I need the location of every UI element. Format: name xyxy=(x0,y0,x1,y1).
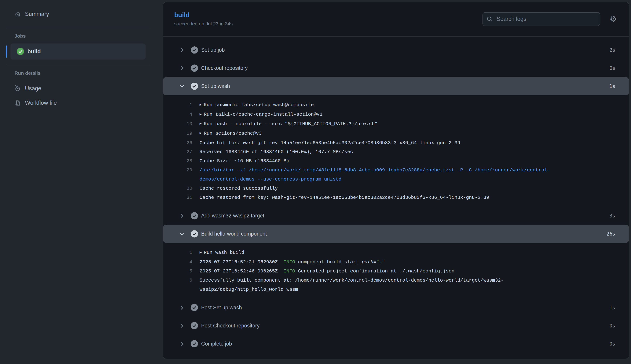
check-circle-icon xyxy=(191,82,198,90)
success-check-circle-icon xyxy=(17,48,24,55)
step-label: Build hello-world component xyxy=(201,231,267,237)
log-block: 1▶Run cosmonic-labs/setup-wash@composite… xyxy=(163,100,629,202)
chevron-right-icon xyxy=(179,47,185,53)
step-label: Complete job xyxy=(201,341,232,347)
sidebar-usage-label: Usage xyxy=(25,85,41,92)
step-duration: 3s xyxy=(609,213,615,218)
step-duration: 26s xyxy=(606,231,615,237)
log-line: 27Received 16834460 of 16834460 (100.0%)… xyxy=(175,148,629,156)
run-group-arrow-icon: ▶ xyxy=(200,122,202,126)
step-row[interactable]: Post Checkout repository0s xyxy=(163,317,629,335)
sidebar-job-build[interactable]: build xyxy=(11,44,146,60)
log-line-text: Cache restored from key: wash-git-rev-14… xyxy=(200,193,554,202)
log-line: 19▶Run actions/cache@v3 xyxy=(175,129,629,138)
step-label: Set up job xyxy=(201,47,225,53)
log-line-text: Cache Size: ~16 MB (16834460 B) xyxy=(200,156,554,166)
file-code-icon xyxy=(15,100,21,106)
log-line-text: ▶Run taiki-e/cache-cargo-install-action@… xyxy=(200,110,554,120)
step-row[interactable]: Add wasm32-wasip2 target3s xyxy=(163,207,629,225)
step-label: Post Set up wash xyxy=(201,304,242,311)
log-line-number[interactable]: 4 xyxy=(175,258,192,267)
log-line: 1▶Run cosmonic-labs/setup-wash@composite xyxy=(175,100,629,110)
step-label: Set up wash xyxy=(201,83,230,89)
log-line-text: ▶Run cosmonic-labs/setup-wash@composite xyxy=(200,100,554,110)
step-row[interactable]: Post Set up wash1s xyxy=(163,298,629,317)
chevron-down-icon xyxy=(179,230,185,237)
step-label: Checkout repository xyxy=(201,65,248,71)
selected-job-accent-bar xyxy=(6,46,7,58)
log-line-number[interactable]: 29 xyxy=(175,166,192,184)
log-line: 30Cache restored successfully xyxy=(175,184,629,193)
check-circle-icon xyxy=(191,322,198,329)
log-line: 52025-07-23T16:52:46.906265Z INFO Genera… xyxy=(175,267,629,276)
gear-icon[interactable]: ⚙ xyxy=(609,15,617,23)
job-status-line: succeeded on Jul 23 in 34s xyxy=(174,21,233,27)
chevron-down-icon xyxy=(179,83,185,89)
sidebar-summary-label: Summary xyxy=(25,11,49,17)
step-row[interactable]: Checkout repository0s xyxy=(163,59,629,77)
sidebar-item-summary[interactable]: Summary xyxy=(0,6,163,22)
log-line-number[interactable]: 10 xyxy=(175,120,192,129)
check-circle-icon xyxy=(191,212,198,220)
log-line: 26Cache hit for: wash-git-rev-14a51ee71e… xyxy=(175,138,629,148)
log-line-text: 2025-07-23T16:52:21.062980Z INFO compone… xyxy=(200,258,554,267)
home-icon xyxy=(15,11,21,17)
step-label: Post Checkout repository xyxy=(201,323,259,329)
run-group-arrow-icon: ▶ xyxy=(200,112,202,116)
step-row[interactable]: Build hello-world component26s xyxy=(163,225,629,243)
log-line-number[interactable]: 27 xyxy=(175,148,192,156)
log-command-text: /usr/bin/tar -xf /home/runner/work/_temp… xyxy=(200,168,550,182)
log-line-number[interactable]: 5 xyxy=(175,267,192,276)
check-circle-icon xyxy=(191,304,198,311)
log-line-number[interactable]: 28 xyxy=(175,156,192,166)
search-logs-wrap xyxy=(482,12,600,26)
log-line-number[interactable]: 31 xyxy=(175,193,192,202)
search-logs-input[interactable] xyxy=(482,12,600,26)
job-log-panel: build succeeded on Jul 23 in 34s ⚙ Set u… xyxy=(163,2,629,359)
step-row[interactable]: Set up wash1s xyxy=(163,77,629,95)
jobs-section-header: Jobs xyxy=(0,28,163,40)
log-line-text: Cache hit for: wash-git-rev-14a51ee71ec6… xyxy=(200,138,554,148)
log-line-text: ▶Run actions/cache@v3 xyxy=(200,129,554,138)
log-line: 42025-07-23T16:52:21.062980Z INFO compon… xyxy=(175,258,629,267)
log-line-number[interactable]: 1 xyxy=(175,248,192,258)
log-line-text: Successfully built component at: /home/r… xyxy=(200,276,554,294)
chevron-right-icon xyxy=(179,65,185,71)
log-line: 4▶Run taiki-e/cache-cargo-install-action… xyxy=(175,110,629,120)
run-group-arrow-icon: ▶ xyxy=(200,103,202,107)
sidebar-item-usage[interactable]: Usage xyxy=(0,81,163,96)
check-circle-icon xyxy=(191,340,198,347)
steps-list: Set up job2sCheckout repository0sSet up … xyxy=(163,36,629,359)
chevron-right-icon xyxy=(179,322,185,329)
log-field-name: path xyxy=(362,259,373,265)
sidebar-item-workflow-file[interactable]: Workflow file xyxy=(0,96,163,110)
log-line-text: Received 16834460 of 16834460 (100.0%), … xyxy=(200,148,554,156)
log-line-number[interactable]: 30 xyxy=(175,184,192,193)
check-circle-icon xyxy=(191,46,198,54)
log-line-number[interactable]: 6 xyxy=(175,276,192,294)
check-circle-icon xyxy=(191,64,198,72)
step-duration: 2s xyxy=(609,47,615,53)
log-line-number[interactable]: 26 xyxy=(175,138,192,148)
step-row[interactable]: Complete job0s xyxy=(163,335,629,353)
panel-header: build succeeded on Jul 23 in 34s ⚙ xyxy=(163,2,629,36)
run-group-arrow-icon: ▶ xyxy=(200,131,202,135)
log-line-number[interactable]: 1 xyxy=(175,100,192,110)
step-label: Add wasm32-wasip2 target xyxy=(201,213,264,219)
step-duration: 0s xyxy=(609,323,615,328)
step-row[interactable]: Set up job2s xyxy=(163,41,629,59)
job-title-link[interactable]: build xyxy=(174,11,233,19)
log-line-text: ▶Run bash --noprofile --norc "${GITHUB_A… xyxy=(200,120,554,129)
chevron-right-icon xyxy=(179,340,185,347)
log-line: 29/usr/bin/tar -xf /home/runner/work/_te… xyxy=(175,166,629,184)
log-line-text: ▶Run wash build xyxy=(200,248,554,258)
run-group-arrow-icon: ▶ xyxy=(200,250,202,254)
sidebar: Summary Jobs build Run details Usage Wor… xyxy=(0,0,163,364)
step-duration: 1s xyxy=(609,83,615,89)
log-line: 31Cache restored from key: wash-git-rev-… xyxy=(175,193,629,202)
log-line-number[interactable]: 4 xyxy=(175,110,192,120)
log-level-info: INFO xyxy=(283,268,295,274)
log-line-text: /usr/bin/tar -xf /home/runner/work/_temp… xyxy=(200,166,554,184)
log-line-number[interactable]: 19 xyxy=(175,129,192,138)
log-line: 10▶Run bash --noprofile --norc "${GITHUB… xyxy=(175,120,629,129)
